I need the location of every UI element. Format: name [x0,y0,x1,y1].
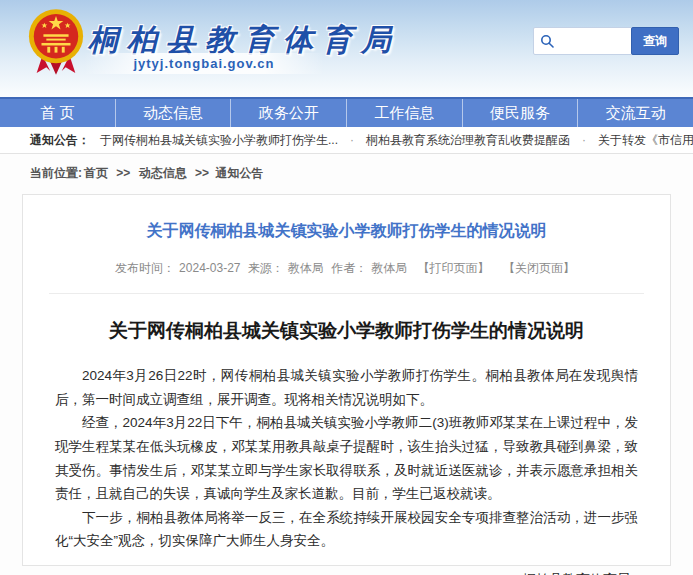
notice-label: 通知公告： [30,132,90,149]
search-input[interactable] [560,29,631,53]
source-label: 来源： [248,261,284,275]
nav-item-home[interactable]: 首 页 [0,99,116,127]
nav-item-news[interactable]: 动态信息 [116,99,232,127]
site-url: jytyj.tongbai.gov.cn [84,53,324,74]
notice-separator: · [582,133,586,147]
breadcrumb-prefix: 当前位置: [30,166,82,180]
notice-link[interactable]: 关于转发《市信用办关于开展南阳市第二批信... [598,132,693,149]
notice-bar: 通知公告： 于网传桐柏县城关镇实验小学教师打伤学生... · 桐柏县教育系统治理… [0,127,693,154]
article-body: 2024年3月26日22时，网传桐柏县城关镇实验小学教师打伤学生。桐柏县教体局在… [55,364,638,553]
breadcrumb-current: 通知公告 [215,166,263,180]
search-icon [534,34,560,48]
signature-block: 桐柏县教育体育局 2024年3月27日 [55,567,638,575]
breadcrumb-separator: >> [116,166,130,180]
main-nav: 首 页 动态信息 政务公开 工作信息 便民服务 交流互动 [0,97,693,127]
article-title: 关于网传桐柏县城关镇实验小学教师打伤学生的情况说明 [55,318,638,344]
article-container: 关于网传桐柏县城关镇实验小学教师打伤学生的情况说明 发布时间：2024-03-2… [22,194,671,566]
nav-item-public-services[interactable]: 便民服务 [463,99,579,127]
notice-link[interactable]: 桐柏县教育系统治理教育乱收费提醒函 [366,132,570,149]
site-header: 桐柏县教育体育局 jytyj.tongbai.gov.cn 查询 [0,0,693,97]
print-page-link[interactable]: 【打印页面】 [418,261,490,275]
notice-link[interactable]: 于网传桐柏县城关镇实验小学教师打伤学生... [100,132,338,149]
article-paragraph: 2024年3月26日22时，网传桐柏县城关镇实验小学教师打伤学生。桐柏县教体局在… [55,364,638,411]
breadcrumb-separator: >> [195,166,209,180]
article-meta: 发布时间：2024-03-27 来源：教体局 作者：教体局 【打印页面】 【关闭… [55,260,638,277]
publish-time-label: 发布时间： [115,261,175,275]
search-button[interactable]: 查询 [631,27,679,55]
close-page-link[interactable]: 【关闭页面】 [503,261,575,275]
article-paragraph: 下一步，桐柏县教体局将举一反三，在全系统持续开展校园安全专项排查整治活动，进一步… [55,506,638,553]
author-value: 教体局 [371,261,407,275]
article-page-title: 关于网传桐柏县城关镇实验小学教师打伤学生的情况说明 [55,221,638,242]
national-emblem-icon [27,7,85,77]
nav-item-work-info[interactable]: 工作信息 [347,99,463,127]
nav-item-gov-affairs[interactable]: 政务公开 [231,99,347,127]
page: 桐柏县教育体育局 jytyj.tongbai.gov.cn 查询 首 页 动态信… [0,0,693,566]
search-bar: 查询 [533,27,679,55]
meta-divider [49,293,644,294]
publish-time-value: 2024-03-27 [179,261,240,275]
article-paragraph: 经查，2024年3月22日下午，桐柏县城关镇实验小学教师二(3)班教师邓某某在上… [55,411,638,506]
breadcrumb-section[interactable]: 动态信息 [139,166,187,180]
emblem-gate [43,34,68,37]
source-value: 教体局 [288,261,324,275]
breadcrumb: 当前位置:首页 >> 动态信息 >> 通知公告 [30,165,693,182]
signature-org: 桐柏县教育体育局 [55,567,630,575]
author-label: 作者： [331,261,367,275]
notice-separator: · [350,133,354,147]
nav-item-interaction[interactable]: 交流互动 [578,99,693,127]
breadcrumb-home[interactable]: 首页 [84,166,108,180]
